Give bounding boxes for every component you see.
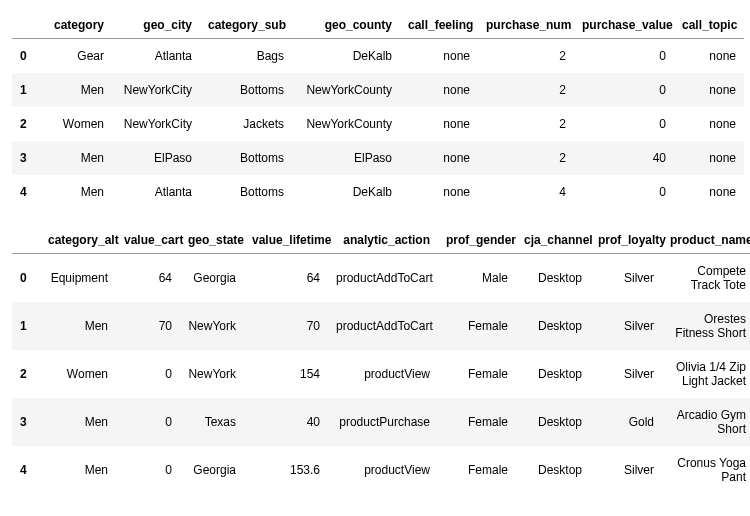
row-index: 3 [12, 398, 40, 446]
col-header: call_topic [674, 12, 744, 39]
cell: Men [40, 446, 116, 494]
cell: 64 [116, 254, 180, 303]
col-header: geo_city [112, 12, 200, 39]
cell: DeKalb [292, 175, 400, 209]
cell: Georgia [180, 254, 244, 303]
cell: 2 [478, 73, 574, 107]
cell: 64 [244, 254, 328, 303]
table-row: 3 Men 0 Texas 40 productPurchase Female … [12, 398, 750, 446]
cell: none [674, 107, 744, 141]
col-header: value_lifetime [244, 227, 328, 254]
cell: productAddToCart [328, 302, 438, 350]
cell: Orestes Fitness Short [662, 302, 750, 350]
cell: Atlanta [112, 39, 200, 74]
cell: NewYorkCity [112, 73, 200, 107]
col-header: purchase_value [574, 12, 674, 39]
col-header: prof_gender [438, 227, 516, 254]
cell: none [400, 107, 478, 141]
cell: Atlanta [112, 175, 200, 209]
cell: Silver [590, 254, 662, 303]
index-header [12, 12, 40, 39]
cell: NewYork [180, 302, 244, 350]
cell: Compete Track Tote [662, 254, 750, 303]
cell: NewYorkCounty [292, 107, 400, 141]
cell: 2 [478, 107, 574, 141]
cell: 2 [478, 39, 574, 74]
cell: Men [40, 73, 112, 107]
cell: Gold [590, 398, 662, 446]
cell: 0 [116, 350, 180, 398]
cell: productView [328, 446, 438, 494]
table-row: 4 Men 0 Georgia 153.6 productView Female… [12, 446, 750, 494]
cell: Silver [590, 446, 662, 494]
row-index: 0 [12, 254, 40, 303]
cell: Male [438, 254, 516, 303]
cell: Texas [180, 398, 244, 446]
cell: productPurchase [328, 398, 438, 446]
cell: 0 [116, 398, 180, 446]
cell: Equipment [40, 254, 116, 303]
cell: none [674, 175, 744, 209]
cell: Olivia 1/4 Zip Light Jacket [662, 350, 750, 398]
cell: Jackets [200, 107, 292, 141]
cell: Female [438, 302, 516, 350]
cell: Men [40, 302, 116, 350]
cell: Silver [590, 302, 662, 350]
row-index: 2 [12, 107, 40, 141]
cell: none [400, 141, 478, 175]
cell: Women [40, 107, 112, 141]
cell: Desktop [516, 350, 590, 398]
cell: 0 [574, 175, 674, 209]
cell: Gear [40, 39, 112, 74]
cell: Bottoms [200, 73, 292, 107]
cell: none [400, 175, 478, 209]
cell: Bags [200, 39, 292, 74]
row-index: 0 [12, 39, 40, 74]
col-header: purchase_num [478, 12, 574, 39]
row-index: 3 [12, 141, 40, 175]
cell: NewYorkCity [112, 107, 200, 141]
cell: 70 [116, 302, 180, 350]
cell: Desktop [516, 302, 590, 350]
table-row: 1 Men NewYorkCity Bottoms NewYorkCounty … [12, 73, 744, 107]
row-index: 1 [12, 73, 40, 107]
col-header: geo_county [292, 12, 400, 39]
cell: Men [40, 175, 112, 209]
cell: productView [328, 350, 438, 398]
cell: 0 [116, 446, 180, 494]
col-header: category [40, 12, 112, 39]
col-header: category_sub [200, 12, 292, 39]
cell: 153.6 [244, 446, 328, 494]
cell: none [400, 73, 478, 107]
cell: Desktop [516, 398, 590, 446]
cell: none [674, 39, 744, 74]
data-table-1: category geo_city category_sub geo_count… [12, 12, 744, 209]
table-row: 4 Men Atlanta Bottoms DeKalb none 4 0 no… [12, 175, 744, 209]
col-header: geo_state [180, 227, 244, 254]
cell: none [400, 39, 478, 74]
cell: Men [40, 141, 112, 175]
cell: Georgia [180, 446, 244, 494]
table-row: 1 Men 70 NewYork 70 productAddToCart Fem… [12, 302, 750, 350]
cell: Female [438, 350, 516, 398]
cell: Cronus Yoga Pant [662, 446, 750, 494]
row-index: 4 [12, 175, 40, 209]
cell: NewYork [180, 350, 244, 398]
row-index: 2 [12, 350, 40, 398]
cell: Female [438, 398, 516, 446]
cell: 2 [478, 141, 574, 175]
header-row: category geo_city category_sub geo_count… [12, 12, 744, 39]
cell: Men [40, 398, 116, 446]
cell: 154 [244, 350, 328, 398]
cell: Desktop [516, 446, 590, 494]
col-header: value_cart [116, 227, 180, 254]
row-index: 4 [12, 446, 40, 494]
col-header: prof_loyalty [590, 227, 662, 254]
row-index: 1 [12, 302, 40, 350]
cell: Female [438, 446, 516, 494]
col-header: category_alt [40, 227, 116, 254]
cell: Silver [590, 350, 662, 398]
table-row: 2 Women 0 NewYork 154 productView Female… [12, 350, 750, 398]
table-row: 0 Gear Atlanta Bags DeKalb none 2 0 none [12, 39, 744, 74]
table-row: 2 Women NewYorkCity Jackets NewYorkCount… [12, 107, 744, 141]
